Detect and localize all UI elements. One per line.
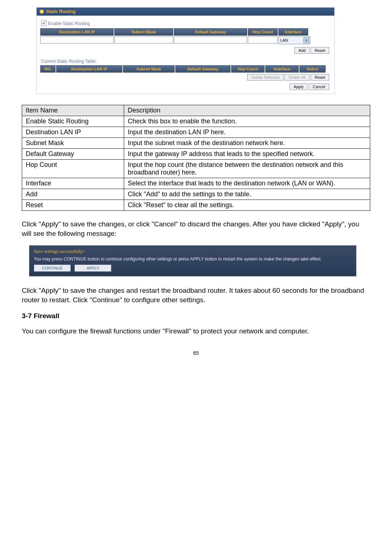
delete-all-button[interactable]: Delete All — [285, 74, 309, 81]
reset-button[interactable]: Reset — [311, 47, 329, 54]
col-subnet-mask: Subnet Mask — [114, 28, 173, 36]
enable-static-routing-label: Enable Static Routing — [48, 21, 90, 26]
paragraph-apply-cancel: Click "Apply" to save the changes, or cl… — [22, 219, 370, 238]
col-iface-2: Interface — [265, 65, 299, 73]
description-table: Item Name Description Enable Static Rout… — [22, 105, 370, 211]
paragraph-restart: Click "Apply" to save the changes and re… — [22, 286, 370, 304]
col-default-gateway: Default Gateway — [174, 28, 247, 36]
panel-title: Static Routing — [46, 9, 75, 14]
col-hop-2: Hop Count — [231, 65, 265, 73]
desc-head-item: Item Name — [22, 105, 124, 116]
col-subnet-2: Subnet Mask — [123, 65, 175, 73]
table-row: AddClick "Add" to add the settings to th… — [22, 189, 370, 200]
hop-count-input[interactable] — [248, 36, 278, 44]
table-row: Subnet MaskInput the subnet mask of the … — [22, 138, 370, 149]
cancel-button[interactable]: Cancel — [309, 83, 329, 90]
desc-head-desc: Description — [124, 105, 370, 116]
apply-button[interactable]: Apply — [290, 83, 308, 90]
default-gateway-input[interactable] — [174, 36, 247, 44]
save-settings-panel: Save settings successfully! You may pres… — [29, 245, 356, 276]
col-dest-2: Destination LAN IP — [56, 65, 122, 73]
col-gw-2: Default Gateway — [175, 65, 230, 73]
page-number: 65 — [22, 350, 370, 356]
delete-selected-button[interactable]: Delete Selected — [247, 74, 283, 81]
col-select-2: Select — [299, 65, 326, 73]
destination-lan-ip-input[interactable] — [40, 36, 114, 44]
table-row: Enable Static RoutingCheck this box to e… — [22, 116, 370, 127]
col-hop-count: Hop Count — [248, 28, 278, 36]
reset-button-2[interactable]: Reset — [311, 74, 329, 81]
col-destination-lan-ip: Destination LAN IP — [40, 28, 114, 36]
gear-icon — [40, 9, 44, 14]
save-settings-title: Save settings successfully! — [29, 246, 356, 255]
paragraph-firewall: You can configure the firewall functions… — [22, 327, 370, 336]
subnet-mask-input[interactable] — [114, 36, 173, 44]
continue-button[interactable]: CONTINUE — [34, 264, 71, 272]
save-settings-text: You may press CONTINUE button to continu… — [29, 255, 356, 264]
col-no: NO. — [40, 65, 56, 73]
table-row: ResetClick "Reset" to clear all the sett… — [22, 200, 370, 211]
enable-static-routing-checkbox[interactable]: ✔ — [41, 21, 46, 26]
table-row: Default GatewayInput the gateway IP addr… — [22, 149, 370, 160]
add-button[interactable]: Add — [294, 47, 310, 54]
routing-table-label: Current Static Routing Table: — [40, 57, 331, 65]
table-row: InterfaceSelect the interface that leads… — [22, 178, 370, 189]
apply-button-2[interactable]: APPLY — [74, 264, 111, 272]
col-interface: Interface — [278, 28, 308, 36]
static-routing-panel: Static Routing ✔ Enable Static Routing D… — [36, 7, 335, 94]
section-heading-firewall: 3-7 Firewall — [22, 312, 370, 320]
interface-select[interactable]: LAN ▾ — [278, 36, 310, 44]
chevron-down-icon: ▾ — [303, 37, 309, 43]
interface-select-value: LAN — [280, 38, 288, 42]
table-row: Hop CountInput the hop count (the distan… — [22, 160, 370, 178]
panel-titlebar: Static Routing — [37, 8, 334, 16]
table-row: Destination LAN IPInput the destination … — [22, 127, 370, 138]
